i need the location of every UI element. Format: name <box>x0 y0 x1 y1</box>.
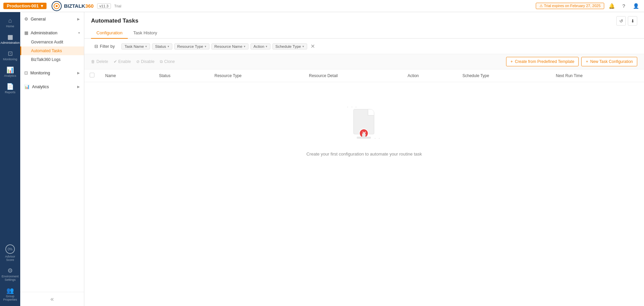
filter-tag-action[interactable]: Action ▾ <box>251 43 270 49</box>
user-button[interactable]: 👤 <box>631 1 641 11</box>
home-icon: ⌂ <box>8 18 12 24</box>
disable-action: ⊘ Disable <box>136 59 154 64</box>
dots-top: • • • <box>347 106 358 108</box>
page-title: Automated Tasks <box>91 18 138 24</box>
admin-chevron-icon: ▾ <box>78 31 80 35</box>
sidebar-item-environment-settings[interactable]: ⚙ Environment Settings <box>0 265 20 284</box>
filter-tag-resource-name[interactable]: Resource Name ▾ <box>211 43 248 49</box>
env-selector[interactable]: Production-001 ▾ <box>3 3 47 9</box>
env-settings-icon: ⚙ <box>7 268 13 274</box>
env-name: Production-001 <box>7 3 39 8</box>
filter-tag-bar: Task Name ▾ Status ▾ Resource Type ▾ Res… <box>121 43 637 49</box>
clone-icon: ⧉ <box>160 59 163 64</box>
top-bar-right: ⚠ Trial expires on February 27, 2025 🔔 ?… <box>536 1 641 11</box>
schedule-type-chevron-icon: ▾ <box>302 45 304 48</box>
sidebar-item-administration[interactable]: ▦ Administration <box>0 31 20 47</box>
analytics-nav-icon: 📊 <box>24 84 30 89</box>
sidebar-icons: ⌂ Home ▦ Administration ⊡ Monitoring 📊 A… <box>0 12 20 306</box>
refresh-button[interactable]: ↺ <box>616 16 626 26</box>
nav-governance-audit[interactable]: Governance Audit <box>20 38 84 46</box>
header-actions: ↺ ⬇ <box>616 16 637 26</box>
monitor-stem <box>362 133 365 137</box>
filter-tag-schedule-type[interactable]: Schedule Type ▾ <box>272 43 307 49</box>
notifications-button[interactable]: 🔔 <box>607 1 616 11</box>
nav-section-monitoring: ⊡ Monitoring ▶ <box>20 66 84 80</box>
monitor-base <box>357 137 371 139</box>
brand-logo: BIZTALK360 <box>51 1 94 11</box>
reports-icon: 📄 <box>6 83 14 90</box>
filter-by-button[interactable]: ⊟ Filter by <box>91 42 118 50</box>
filter-clear-button[interactable]: ✕ <box>309 43 316 49</box>
left-nav: ⚙ General ▶ ▦ Administration ▾ Governanc… <box>20 12 84 306</box>
doc-corner <box>368 109 374 115</box>
logo-icon <box>51 1 62 11</box>
nav-general[interactable]: ⚙ General ▶ <box>20 14 84 24</box>
empty-state-message: Create your first configuration to autom… <box>306 151 422 157</box>
sidebar-item-home[interactable]: ⌂ Home <box>0 15 20 31</box>
nav-section-analytics: 📊 Analytics ▶ <box>20 80 84 94</box>
doc-body: ✕ <box>353 109 374 134</box>
sidebar-item-analytics[interactable]: 📊 Analytics <box>0 64 20 80</box>
admin-nav-icon: ▦ <box>24 30 28 35</box>
nav-analytics[interactable]: 📊 Analytics ▶ <box>20 82 84 92</box>
empty-state: • • • ✕ <box>84 82 644 177</box>
sidebar-item-monitoring[interactable]: ⊡ Monitoring <box>0 48 20 64</box>
sidebar-item-group-properties[interactable]: 👥 Group Properties <box>0 285 20 304</box>
nav-section-general: ⚙ General ▶ <box>20 12 84 26</box>
col-status: Status <box>153 69 209 82</box>
resource-name-chevron-icon: ▾ <box>244 45 245 48</box>
enable-action: ✔ Enable <box>114 59 131 64</box>
top-bar: Production-001 ▾ BIZTALK360 v11.3 Trial … <box>0 0 644 12</box>
filter-tag-status[interactable]: Status ▾ <box>152 43 172 49</box>
filter-tag-resource-type[interactable]: Resource Type ▾ <box>174 43 209 49</box>
version-badge: v11.3 <box>97 3 111 9</box>
sidebar-item-reports[interactable]: 📄 Reports <box>0 81 20 97</box>
template-plus-icon: + <box>510 59 513 64</box>
nav-monitoring[interactable]: ⊡ Monitoring ▶ <box>20 68 84 78</box>
action-row-right: + Create from Predefined Template + New … <box>506 57 637 66</box>
trial-warning: ⚠ Trial expires on February 27, 2025 <box>536 3 604 9</box>
nav-section-administration: ▦ Administration ▾ Governance Audit Auto… <box>20 26 84 66</box>
main-layout: ⌂ Home ▦ Administration ⊡ Monitoring 📊 A… <box>0 12 644 306</box>
col-next-run-time: Next Run Time <box>550 69 644 82</box>
brand-text: BIZTALK360 <box>64 3 94 9</box>
empty-illustration: • • • ✕ <box>347 102 381 139</box>
general-chevron-icon: ▶ <box>77 17 80 21</box>
new-task-configuration-button[interactable]: + New Task Configuration <box>581 57 637 66</box>
tab-configuration[interactable]: Configuration <box>91 28 128 39</box>
help-button[interactable]: ? <box>619 1 628 11</box>
analytics-icon: 📊 <box>6 67 14 73</box>
dots-bottom: • • <box>375 137 381 139</box>
status-chevron-icon: ▾ <box>168 45 169 48</box>
action-row: 🗑 Delete ✔ Enable ⊘ Disable ⧉ Clone + Cr… <box>84 54 644 69</box>
nav-biztalk360-logs[interactable]: BizTalk360 Logs <box>20 55 84 64</box>
tasks-table: Name Status Resource Type Resource Detai… <box>84 69 644 177</box>
export-button[interactable]: ⬇ <box>628 16 637 26</box>
tab-task-history[interactable]: Task History <box>128 28 163 39</box>
administration-icon: ▦ <box>7 34 13 40</box>
action-chevron-icon: ▾ <box>266 45 267 48</box>
collapse-nav-button[interactable]: « <box>20 292 84 306</box>
select-all-checkbox[interactable] <box>90 73 94 77</box>
create-predefined-template-button[interactable]: + Create from Predefined Template <box>506 57 579 66</box>
enable-icon: ✔ <box>114 59 117 64</box>
delete-icon: 🗑 <box>91 59 95 64</box>
filter-icon: ⊟ <box>94 44 98 49</box>
col-resource-detail: Resource Detail <box>303 69 402 82</box>
monitoring-nav-icon: ⊡ <box>24 70 28 75</box>
task-name-chevron-icon: ▾ <box>145 45 147 48</box>
main-content: Automated Tasks ↺ ⬇ Configuration Task H… <box>84 12 644 306</box>
clone-action: ⧉ Clone <box>160 59 175 64</box>
nav-automated-tasks[interactable]: Automated Tasks <box>20 46 84 55</box>
nav-administration[interactable]: ▦ Administration ▾ <box>20 28 84 38</box>
sidebar-item-advisor-score[interactable]: 0% Advisor Score <box>0 242 20 264</box>
col-resource-type: Resource Type <box>209 69 303 82</box>
col-action: Action <box>402 69 457 82</box>
tabs-bar: Configuration Task History <box>84 28 644 39</box>
disable-icon: ⊘ <box>136 59 140 64</box>
env-chevron: ▾ <box>41 3 43 8</box>
new-task-plus-icon: + <box>586 59 588 64</box>
filter-tag-task-name[interactable]: Task Name ▾ <box>121 43 150 49</box>
svg-point-2 <box>56 5 58 7</box>
table-container: Name Status Resource Type Resource Detai… <box>84 69 644 306</box>
